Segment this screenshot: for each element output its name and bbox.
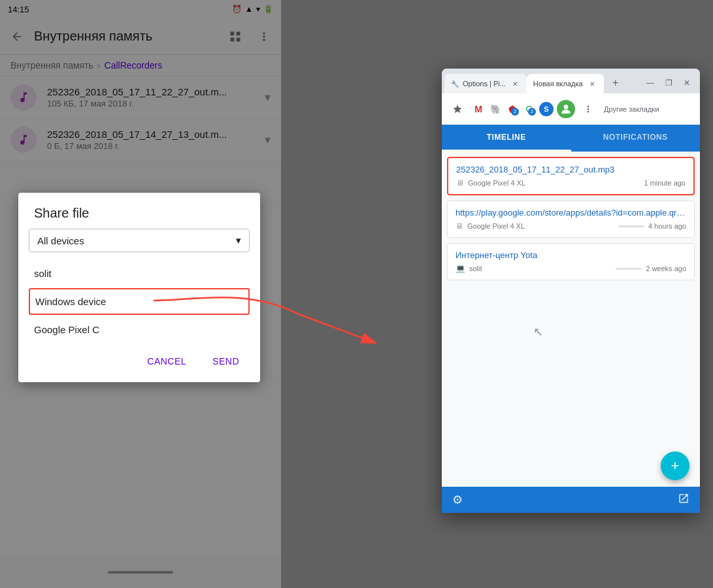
dialog-actions: CANCEL SEND: [18, 346, 260, 382]
device-dropdown[interactable]: All devices ▾: [29, 229, 250, 252]
sync-extension-icon[interactable]: S: [539, 101, 554, 117]
chrome-tab-new[interactable]: Новая вкладка ✕: [527, 74, 604, 93]
tab-notifications[interactable]: NOTIFICATIONS: [571, 125, 701, 152]
device-option-solit[interactable]: solit: [18, 260, 260, 287]
timeline-item-3-meta: 💻 solit 2 weeks ago: [456, 264, 686, 273]
chrome-window: 🔧 Options | Pi... ✕ Новая вкладка ✕ + — …: [442, 69, 700, 513]
timeline-item-1-time: 1 minute ago: [644, 179, 686, 187]
chrome-toolbar: M 🐘 ⬟ 2 G 2 S Другие закладки: [442, 93, 700, 125]
timeline-item-1-device: Google Pixel 4 XL: [468, 179, 525, 187]
external-link-icon[interactable]: [678, 493, 689, 508]
ext-popup-tabs: TIMELINE NOTIFICATIONS: [442, 125, 700, 152]
chrome-menu-button[interactable]: [578, 99, 599, 120]
dropdown-value: All devices: [37, 235, 84, 246]
timeline-item-2[interactable]: https://play.google.com/store/apps/detai…: [447, 201, 695, 238]
send-button[interactable]: SEND: [202, 351, 250, 372]
bookmark-star-button[interactable]: [447, 99, 468, 120]
window-controls: — ❐ ✕: [642, 75, 695, 91]
gmail-extension-icon[interactable]: M: [471, 101, 486, 117]
extension-badge-icon[interactable]: ⬟ 2: [505, 101, 520, 117]
tab-label-1: Options | Pi...: [463, 80, 506, 88]
timeline-item-1-meta: 🖥 Google Pixel 4 XL 1 minute ago: [456, 178, 686, 188]
timeline-item-1[interactable]: 252326_2018_05_17_11_22_27_out.mp3 🖥 Goo…: [447, 157, 695, 195]
device-list: solit Windows device Google Pixel C: [18, 257, 260, 346]
restore-button[interactable]: ❐: [661, 75, 676, 91]
device-option-pixel[interactable]: Google Pixel C: [18, 316, 260, 343]
chrome-tab-options[interactable]: 🔧 Options | Pi... ✕: [444, 74, 527, 93]
timeline-item-1-title: 252326_2018_05_17_11_22_27_out.mp3: [456, 165, 686, 174]
empty-content-area: ↖: [442, 286, 700, 416]
other-bookmarks-link[interactable]: Другие закладки: [601, 99, 661, 120]
tab-favicon-1: 🔧: [451, 80, 459, 88]
timeline-item-3-title: Интернет-центр Yota: [456, 250, 686, 260]
device-option-windows[interactable]: Windows device: [29, 288, 250, 315]
minimize-button[interactable]: —: [642, 75, 658, 91]
timeline-item-2-time: 4 hours ago: [648, 222, 686, 230]
tab-close-button-1[interactable]: ✕: [510, 78, 520, 89]
new-tab-button[interactable]: +: [606, 74, 625, 92]
tab-timeline[interactable]: TIMELINE: [442, 125, 571, 152]
timeline-item-3[interactable]: Интернет-центр Yota 💻 solit 2 weeks ago: [447, 243, 695, 280]
ext-popup-content: 252326_2018_05_17_11_22_27_out.mp3 🖥 Goo…: [442, 152, 700, 487]
device-icon-1: 🖥: [456, 178, 464, 188]
close-button[interactable]: ✕: [679, 75, 695, 91]
chrome-profile-avatar[interactable]: [557, 100, 575, 118]
device-icon-3: 💻: [456, 264, 465, 273]
ext-badge-2: 2: [511, 108, 519, 116]
timeline-item-3-device: solit: [469, 265, 482, 272]
settings-bottom-icon[interactable]: ⚙: [452, 493, 463, 507]
chrome-bottom-bar: ⚙: [442, 487, 700, 513]
extension-icons: M 🐘 ⬟ 2 G 2 S: [471, 101, 554, 117]
timeline-item-2-url: https://play.google.com/store/apps/detai…: [456, 208, 686, 218]
chrome-tabs-bar: 🔧 Options | Pi... ✕ Новая вкладка ✕ + — …: [442, 69, 700, 93]
device-icon-2: 🖥: [456, 221, 463, 231]
svg-point-1: [564, 105, 569, 109]
timeline-item-2-device: Google Pixel 4 XL: [467, 222, 525, 230]
progress-bar-2: [618, 225, 644, 227]
share-file-dialog: Share file All devices ▾ solit Windows d…: [18, 193, 260, 382]
cursor-indicator: ↖: [533, 325, 543, 339]
tab-label-2: Новая вкладка: [533, 80, 583, 88]
grammarly-extension-icon[interactable]: G 2: [522, 101, 537, 117]
fab-add-button[interactable]: +: [661, 451, 689, 480]
dropdown-arrow-icon: ▾: [236, 235, 241, 246]
dialog-title: Share file: [18, 193, 260, 229]
ext-badge-g: 2: [528, 108, 536, 116]
timeline-item-2-meta: 🖥 Google Pixel 4 XL 4 hours ago: [456, 221, 686, 231]
evernote-extension-icon[interactable]: 🐘: [488, 101, 503, 117]
tab-close-button-2[interactable]: ✕: [587, 78, 597, 89]
progress-bar-3: [616, 268, 642, 270]
timeline-item-3-time: 2 weeks ago: [646, 265, 686, 272]
cancel-button[interactable]: CANCEL: [137, 351, 197, 372]
